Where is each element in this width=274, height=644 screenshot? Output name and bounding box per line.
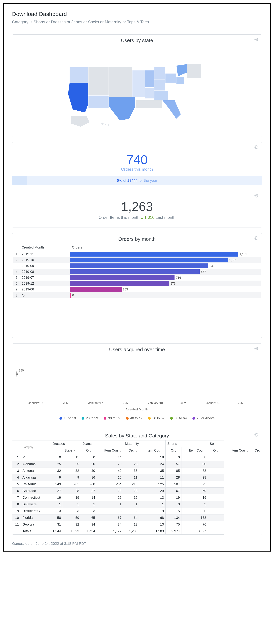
- cell-value: 19: [63, 494, 81, 501]
- col-metric[interactable]: Item Cou ⌄: [139, 447, 166, 454]
- cell-value: 28: [63, 488, 81, 494]
- legend-item[interactable]: 30 to 39: [104, 416, 120, 420]
- table-row[interactable]: 6Colorado2728272828296769: [12, 488, 262, 494]
- filter-summary: Category is Shorts or Dresses or Jeans o…: [12, 20, 262, 24]
- cell-value: 32: [63, 521, 81, 528]
- legend-item[interactable]: 40 to 49: [126, 416, 142, 420]
- order-items-value: 1,263: [12, 191, 262, 214]
- legend-item[interactable]: 70 or Above: [192, 416, 215, 420]
- col-category[interactable]: Jeans: [81, 440, 123, 447]
- cell-month: 2019-08: [20, 269, 70, 275]
- table-row[interactable]: 72019-06353: [13, 286, 261, 292]
- col-metric[interactable]: Orc: [250, 447, 262, 454]
- x-tick: January '17: [88, 401, 103, 405]
- globe-icon[interactable]: [254, 236, 259, 240]
- cell-orders-bar: 1,081: [70, 257, 261, 263]
- cell-state: Arizona: [21, 468, 51, 474]
- legend-item[interactable]: 20 to 29: [82, 416, 98, 420]
- table-row[interactable]: 1∅011014018038: [12, 454, 262, 461]
- totals-value: 1,472: [97, 528, 123, 534]
- cell-value: 0: [123, 454, 139, 461]
- col-state[interactable]: State ʌ: [63, 447, 81, 454]
- col-category[interactable]: So: [208, 440, 224, 447]
- col-metric[interactable]: Item Cou ⌄: [97, 447, 123, 454]
- col-category[interactable]: Shorts: [166, 440, 208, 447]
- cell-value: 27: [51, 488, 63, 494]
- table-row[interactable]: 32019-09946: [13, 263, 261, 269]
- table-row[interactable]: 7Connecticut1919141512131919: [12, 494, 262, 501]
- table-row[interactable]: 8∅0: [13, 292, 261, 298]
- cell-value: 32: [63, 468, 81, 474]
- col-metric[interactable]: Item Cou ⌄: [224, 447, 250, 454]
- table-row[interactable]: 11Georgia3132343413137576: [12, 521, 262, 528]
- table-row[interactable]: 9District of C...33339956: [12, 508, 262, 514]
- col-metric[interactable]: Orc ⌄: [81, 447, 97, 454]
- panel-title: Orders by month: [12, 233, 262, 244]
- legend-item[interactable]: 60 to 69: [170, 416, 187, 420]
- legend-item[interactable]: 10 to 19: [59, 416, 76, 420]
- table-row[interactable]: 8Delaware11111133: [12, 501, 262, 508]
- table-row[interactable]: 52019-07716: [13, 275, 261, 280]
- table-row[interactable]: 22019-101,081: [13, 257, 261, 263]
- x-tick: July: [123, 401, 128, 405]
- table-row[interactable]: 10Florida585965676468134138: [12, 514, 262, 521]
- table-row[interactable]: 5California249261260264218225504523: [12, 481, 262, 488]
- globe-icon[interactable]: [254, 145, 259, 149]
- table-row[interactable]: 4Arkansas99161611112828: [12, 474, 262, 481]
- panel-users-acquired: Users acquired over time Users 0 250 Jan…: [12, 344, 262, 424]
- totals-value: 1,283: [139, 528, 166, 534]
- totals-value: 3,097: [182, 528, 208, 534]
- cell-state: Delaware: [21, 501, 51, 508]
- col-metric[interactable]: Orc ⌄: [208, 447, 224, 454]
- cell-value: 11: [63, 454, 81, 461]
- cell-value: 27: [81, 488, 97, 494]
- globe-icon[interactable]: [254, 432, 259, 437]
- col-created-month[interactable]: Created Month: [20, 244, 70, 251]
- table-row[interactable]: 12019-111,151: [13, 251, 261, 257]
- col-metric[interactable]: Orc ⌄: [166, 447, 182, 454]
- cell-value: 35: [139, 468, 166, 474]
- cell-value: 9: [63, 474, 81, 481]
- svg-rect-13: [187, 64, 201, 78]
- trend-up-icon: 1,010: [140, 215, 154, 220]
- col-metric[interactable]: Item Cou ⌄: [182, 447, 208, 454]
- legend-swatch: [126, 417, 129, 420]
- cell-value: 40: [97, 468, 123, 474]
- cell-value: 24: [139, 461, 166, 468]
- cell-value: 31: [51, 521, 63, 528]
- panel-users-by-state: Users by state: [12, 34, 262, 137]
- col-category[interactable]: Dresses: [51, 440, 81, 447]
- cell-value: 218: [123, 481, 139, 488]
- cell-state: Georgia: [21, 521, 51, 528]
- cell-value: 69: [182, 488, 208, 494]
- cell-value: 60: [182, 461, 208, 468]
- legend-label: 40 to 49: [130, 416, 142, 420]
- cell-value: 58: [51, 514, 63, 521]
- cell-value: 225: [139, 481, 166, 488]
- table-row[interactable]: 42019-08887: [13, 269, 261, 275]
- users-acquired-chart[interactable]: 0 250: [27, 356, 257, 401]
- svg-point-15: [101, 122, 104, 125]
- svg-rect-1: [70, 67, 88, 83]
- table-row[interactable]: 62019-12679: [13, 280, 261, 286]
- cell-value: 32: [51, 468, 63, 474]
- globe-icon[interactable]: [254, 37, 259, 42]
- globe-icon[interactable]: [254, 346, 259, 351]
- chevron-down-icon[interactable]: ⌄: [257, 246, 259, 249]
- cell-value: 261: [63, 481, 81, 488]
- cell-value: 3: [63, 508, 81, 514]
- cell-value: 1: [97, 501, 123, 508]
- legend-item[interactable]: 50 to 59: [148, 416, 164, 420]
- progress-pct: 6%: [117, 178, 122, 182]
- col-metric[interactable]: Orc ⌄: [123, 447, 139, 454]
- col-category[interactable]: Maternity: [123, 440, 166, 447]
- cell-value: 0: [51, 454, 63, 461]
- globe-icon[interactable]: [254, 194, 259, 198]
- table-row[interactable]: 2Alabama2525202023245760: [12, 461, 262, 468]
- panel-sales: Sales by State and Category CategoryDres…: [12, 430, 262, 535]
- cell-value: 3: [51, 508, 63, 514]
- table-row[interactable]: 3Arizona3232404035358588: [12, 468, 262, 474]
- col-orders[interactable]: Orders⌄: [70, 244, 261, 251]
- svg-point-17: [108, 124, 109, 126]
- us-map[interactable]: [12, 45, 262, 136]
